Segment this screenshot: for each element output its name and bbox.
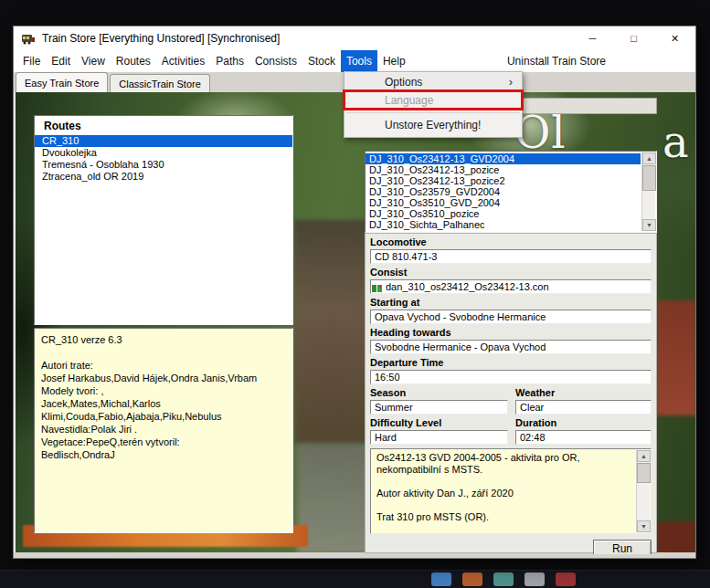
menu-separator — [346, 112, 520, 113]
scroll-up-icon[interactable]: ▲ — [642, 152, 656, 164]
submenu-arrow-icon: › — [509, 73, 513, 91]
routes-panel-title: Routes — [35, 118, 292, 135]
heading-towards-label: Heading towards — [370, 327, 652, 339]
locomotive-value: CD 810.471-3 — [370, 249, 652, 264]
routes-panel: Routes CR_310 Dvoukolejka Tremesná - Oso… — [34, 115, 293, 325]
minimize-button[interactable]: ─ — [572, 26, 613, 50]
desktop: Train Store [Everything Unstored] [Synch… — [0, 0, 710, 588]
route-list-item[interactable]: CR_310 — [35, 135, 292, 147]
app-icon — [21, 31, 36, 46]
close-button[interactable]: ✕ — [654, 26, 695, 50]
route-info-panel: CR_310 verze 6.3 Autori trate: Josef Har… — [34, 328, 293, 533]
taskbar-icon[interactable] — [525, 572, 545, 586]
title-bar[interactable]: Train Store [Everything Unstored] [Synch… — [14, 26, 695, 50]
window-title: Train Store [Everything Unstored] [Synch… — [42, 32, 280, 45]
weather-label: Weather — [515, 387, 652, 399]
route-list-item[interactable]: Tremesná - Osoblaha 1930 — [35, 159, 292, 171]
description-line: Trat 310 pro MSTS (OR). — [376, 511, 632, 523]
menu-item-file[interactable]: File — [17, 50, 46, 72]
scrollbar-thumb[interactable] — [642, 165, 656, 191]
route-list-item[interactable]: Ztracena_old OR 2019 — [35, 171, 292, 183]
activity-list-item[interactable]: DJ_310_Os23412-13_pozice — [366, 164, 641, 175]
photo-overlay-text-right: a — [662, 120, 690, 163]
tab-classic-train-store[interactable]: ClassicTrain Store — [110, 74, 209, 92]
taskbar-icon[interactable] — [556, 572, 576, 586]
maximize-button[interactable]: □ — [613, 26, 654, 50]
consist-label: Consist — [370, 267, 652, 278]
duration-value: 02:48 — [515, 430, 652, 445]
route-info-line — [41, 346, 286, 359]
scrollbar-thumb[interactable] — [637, 463, 651, 483]
description-line: Autor aktivity Dan J., září 2020 — [376, 488, 632, 499]
route-list-item[interactable]: Dvoukolejka — [35, 147, 292, 159]
activities-list: DJ_310_Os23412-13_GVD2004 DJ_310_Os23412… — [365, 151, 657, 233]
starting-at-value: Opava Vychod - Svobodne Hermanice — [370, 310, 652, 324]
route-info-line: Josef Harkabus,David Hájek,Ondra Janis,V… — [41, 372, 286, 384]
menu-item-options-label: Options — [385, 76, 422, 89]
scroll-down-icon[interactable]: ▼ — [642, 219, 656, 231]
tab-easy-train-store[interactable]: Easy Train Store — [16, 72, 108, 92]
activity-list-item[interactable]: DJ_310_Os3510_GVD_2004 — [366, 197, 641, 208]
run-button[interactable]: Run — [593, 540, 652, 554]
departure-time-value: 16:50 — [370, 370, 652, 384]
duration-label: Duration — [515, 417, 652, 429]
starting-at-label: Starting at — [370, 297, 652, 309]
difficulty-level-label: Difficulty Level — [370, 417, 508, 429]
menu-item-paths[interactable]: Paths — [210, 50, 249, 72]
activities-items: DJ_310_Os23412-13_GVD2004 DJ_310_Os23412… — [366, 153, 641, 230]
photo-red-train-shape — [656, 300, 695, 415]
scroll-up-icon[interactable]: ▲ — [637, 450, 651, 462]
activities-scrollbar[interactable]: ▲ ▼ — [641, 152, 655, 231]
difficulty-level-value: Hard — [370, 430, 508, 445]
activity-list-item[interactable]: DJ_310_Sichta_Palhanec — [366, 219, 641, 230]
route-info-line: CR_310 verze 6.3 — [41, 333, 286, 346]
menu-item-edit[interactable]: Edit — [46, 50, 76, 72]
menu-item-language[interactable]: Language — [344, 91, 522, 110]
menu-item-unstore-label: Unstore Everything! — [385, 119, 481, 131]
activity-list-item[interactable]: DJ_310_Os23579_GVD2004 — [366, 186, 641, 197]
departure-time-label: Departure Time — [370, 357, 652, 369]
consist-value: dan_310_os23412_Os23412-13.con — [370, 279, 652, 294]
taskbar-icon-group — [431, 572, 576, 586]
route-info-line: Vegetace:PepeQ,terén vytvoril: — [41, 436, 286, 448]
description-scrollbar[interactable]: ▲ ▼ — [636, 450, 650, 532]
menu-item-view[interactable]: View — [76, 50, 111, 72]
activity-list-item[interactable]: DJ_310_Os3510_pozice — [366, 208, 641, 219]
description-line: Os2412-13 GVD 2004-2005 - aktivita pro O… — [376, 452, 632, 476]
menu-bar: File Edit View Routes Activities Paths C… — [14, 50, 695, 72]
main-area: Ol a Routes CR_310 Dvoukolejka Tremesná … — [16, 92, 695, 554]
route-info-line: Navestidla:Polak Jiri . — [41, 423, 286, 436]
menu-item-uninstall-train-store[interactable]: Uninstall Train Store — [502, 50, 611, 72]
description-line — [376, 499, 632, 511]
menu-item-unstore-everything[interactable]: Unstore Everything! — [344, 116, 522, 134]
menu-item-routes[interactable]: Routes — [111, 50, 156, 72]
route-info-line: Klimi,Couda,Fabio,Ajabaja,Piku,Nebulus — [41, 410, 286, 423]
menu-item-options[interactable]: Options › — [344, 73, 522, 91]
menu-item-tools[interactable]: Tools — [341, 50, 377, 72]
route-info-line: Modely tvori: , — [41, 384, 286, 397]
menu-item-stock[interactable]: Stock — [302, 50, 341, 72]
taskbar[interactable] — [0, 570, 710, 588]
photo-train-shape — [294, 220, 367, 444]
route-info-line: Jacek,Mates,Michal,Karlos — [41, 397, 286, 410]
menu-item-activities[interactable]: Activities — [156, 50, 210, 72]
season-label: Season — [370, 387, 508, 399]
scroll-down-icon[interactable]: ▼ — [637, 520, 651, 532]
locomotive-label: Locomotive — [370, 236, 652, 248]
route-info-line: Bedlisch,OndraJ — [41, 448, 286, 461]
activity-description-box: Os2412-13 GVD 2004-2005 - aktivita pro O… — [370, 448, 652, 534]
consist-icon — [372, 281, 383, 292]
heading-towards-value: Svobodne Hermanice - Opava Vychod — [370, 340, 652, 354]
menu-item-help[interactable]: Help — [377, 50, 411, 72]
taskbar-icon[interactable] — [493, 572, 514, 586]
activity-details-panel: Locomotive CD 810.471-3 Consist dan_310_… — [365, 233, 657, 553]
menu-item-consists[interactable]: Consists — [249, 50, 302, 72]
description-line — [376, 476, 632, 488]
activity-list-item[interactable]: DJ_310_Os23412-13_pozice2 — [366, 175, 641, 186]
taskbar-icon[interactable] — [431, 572, 451, 586]
app-window: Train Store [Everything Unstored] [Synch… — [13, 26, 696, 559]
activity-list-item[interactable]: DJ_310_Os23412-13_GVD2004 — [366, 153, 641, 164]
window-controls: ─ □ ✕ — [572, 26, 695, 50]
season-value: Summer — [370, 400, 508, 415]
taskbar-icon[interactable] — [462, 572, 482, 586]
